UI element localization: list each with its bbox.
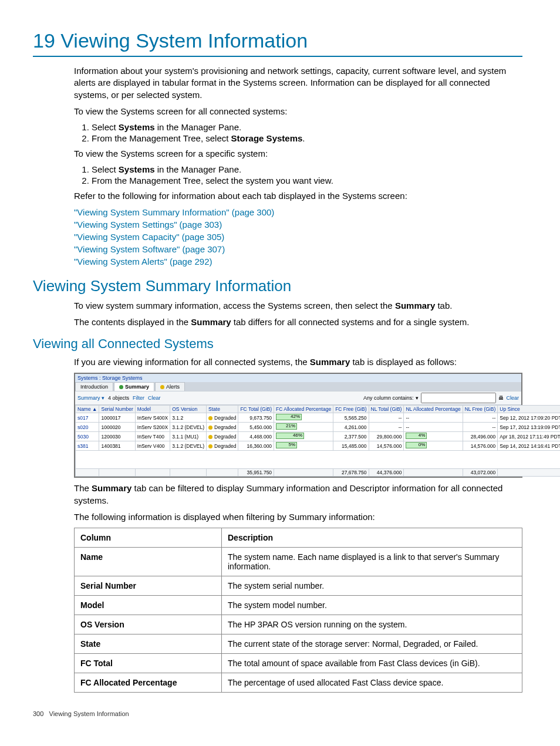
cell-fc-total: 9,673.750 (238, 413, 274, 423)
grid-totals-row: 35,951.750 27,678.750 44,376.000 43,072.… (76, 469, 561, 477)
desc-col: Model (75, 596, 222, 615)
col-up-since[interactable]: Up Since (498, 406, 560, 413)
desc-row: StateThe current state of the storage se… (75, 634, 522, 654)
cell-os: 3.1.2 (DEVEL) (170, 423, 207, 432)
step-one-2: From the Management Tree, select the sys… (92, 175, 522, 185)
cell-name[interactable]: s020 (76, 423, 99, 432)
table-row[interactable]: s3811400381InServ V4003.1.2 (DEVEL)Degra… (76, 441, 561, 451)
cell-name[interactable]: 5030 (76, 432, 99, 441)
cell-fc-pct: 46% (274, 432, 333, 441)
tab-summary[interactable]: Summary (114, 382, 154, 391)
cell-state: Degraded (207, 432, 238, 441)
col-nl-total[interactable]: NL Total (GiB) (369, 406, 404, 413)
desc-col: State (75, 634, 222, 654)
summary-grid: Name ▲ Serial Number Model OS Version St… (75, 405, 560, 477)
cell-up-since: Apr 18, 2012 17:11:49 PDT (498, 432, 560, 441)
any-column-label: Any column contains: (363, 395, 414, 401)
cell-nl-free: -- (463, 423, 498, 432)
cell-fc-free: 15,485.000 (333, 441, 369, 451)
step-one-1: Select Systems in the Manager Pane. (92, 164, 522, 174)
cell-fc-total: 4,468.000 (238, 432, 274, 441)
cell-state: Degraded (207, 423, 238, 432)
allconn-p1: If you are viewing information for all c… (74, 356, 522, 368)
section-title-summary: Viewing System Summary Information (33, 277, 522, 295)
chevron-down-icon[interactable]: ▾ (416, 395, 419, 401)
desc-row: OS VersionThe HP 3PAR OS version running… (75, 615, 522, 634)
steps-all: Select Systems in the Manager Pane. From… (74, 122, 522, 143)
col-fc-free[interactable]: FC Free (GiB) (333, 406, 369, 413)
desc-col: FC Allocated Percentage (75, 673, 222, 693)
page-footer: 300 Viewing System Information (33, 710, 522, 717)
col-name[interactable]: Name ▲ (76, 406, 99, 413)
state-dot-icon (208, 426, 212, 430)
cell-fc-free: 5,565.250 (333, 413, 369, 423)
cell-fc-pct: 21% (274, 423, 333, 432)
col-model[interactable]: Model (135, 406, 170, 413)
after-ss-p1: The Summary tab can be filtered to displ… (74, 482, 522, 507)
cell-fc-pct: 42% (274, 413, 333, 423)
col-nl-pct[interactable]: NL Allocated Percentage (404, 406, 463, 413)
cell-nl-total: 14,576.000 (369, 441, 404, 451)
step-all-2: From the Management Tree, select Storage… (92, 133, 522, 143)
cell-fc-total: 5,450.000 (238, 423, 274, 432)
desc-col: FC Total (75, 654, 222, 673)
desc-head-description: Description (222, 528, 522, 548)
clear-right-button[interactable]: Clear (506, 395, 519, 401)
systems-screenshot: Systems : Storage Systems Introduction S… (74, 373, 522, 478)
cell-nl-total: -- (369, 413, 404, 423)
refer-para: Refer to the following for information a… (74, 190, 522, 202)
col-os[interactable]: OS Version (170, 406, 207, 413)
intro-para: Information about your system's provisio… (74, 65, 522, 101)
cell-nl-total: -- (369, 423, 404, 432)
tab-introduction[interactable]: Introduction (75, 382, 113, 391)
cell-nl-pct: -- (404, 423, 463, 432)
tab-alerts[interactable]: Alerts (155, 382, 185, 391)
cell-serial: 1000017 (99, 413, 135, 423)
xref-link[interactable]: "Viewing System Settings" (page 303) (74, 220, 522, 229)
cell-nl-pct: -- (404, 413, 463, 423)
desc-row: Serial NumberThe system serial number. (75, 576, 522, 596)
view-all-lead: To view the Systems screen for all conne… (74, 106, 522, 117)
summary-p1: To view system summary information, acce… (74, 300, 522, 312)
cell-model: InServ S200X (135, 423, 170, 432)
breadcrumb: Systems : Storage Systems (75, 374, 521, 382)
print-icon[interactable]: 🖶 (498, 395, 504, 401)
xref-link[interactable]: "Viewing System Alerts" (page 292) (74, 256, 522, 266)
desc-text: The current state of the storage server:… (222, 634, 522, 654)
cell-up-since: Sep 12, 2012 17:09:20 PDT (498, 413, 560, 423)
xref-link[interactable]: "Viewing System Summary Information" (pa… (74, 207, 522, 217)
col-state[interactable]: State (207, 406, 238, 413)
cell-nl-pct: 0% (404, 441, 463, 451)
cell-nl-free: -- (463, 413, 498, 423)
cell-state: Degraded (207, 441, 238, 451)
filter-input[interactable] (421, 393, 496, 403)
table-row[interactable]: s0171000017InServ S400X3.1.2Degraded9,67… (76, 413, 561, 423)
col-fc-pct[interactable]: FC Allocated Percentage (274, 406, 333, 413)
col-fc-total[interactable]: FC Total (GiB) (238, 406, 274, 413)
cell-fc-free: 2,377.500 (333, 432, 369, 441)
cell-model: InServ T400 (135, 432, 170, 441)
view-dropdown[interactable]: Summary ▾ (77, 395, 104, 401)
desc-row: ModelThe system model number. (75, 596, 522, 615)
col-nl-free[interactable]: NL Free (GiB) (463, 406, 498, 413)
alert-dot-icon (160, 385, 164, 389)
cell-up-since: Sep 17, 2012 13:19:09 PDT (498, 423, 560, 432)
xref-link[interactable]: "Viewing System Capacity" (page 305) (74, 232, 522, 242)
xref-link[interactable]: "Viewing System Software" (page 307) (74, 244, 522, 254)
cell-os: 3.1.2 (DEVEL) (170, 441, 207, 451)
table-row[interactable]: 50301200030InServ T4003.1.1 (MU1)Degrade… (76, 432, 561, 441)
table-row[interactable]: s0201000020InServ S200X3.1.2 (DEVEL)Degr… (76, 423, 561, 432)
desc-text: The system model number. (222, 596, 522, 615)
cell-nl-pct: 4% (404, 432, 463, 441)
state-dot-icon (208, 416, 212, 420)
cell-name[interactable]: s017 (76, 413, 99, 423)
desc-row: FC Allocated PercentageThe percentage of… (75, 673, 522, 693)
filter-button[interactable]: Filter (133, 395, 144, 401)
col-serial[interactable]: Serial Number (99, 406, 135, 413)
desc-col: OS Version (75, 615, 222, 634)
cell-name[interactable]: s381 (76, 441, 99, 451)
cell-model: InServ V400 (135, 441, 170, 451)
grid-blank (76, 451, 561, 469)
state-dot-icon (208, 435, 212, 439)
clear-button[interactable]: Clear (148, 395, 161, 401)
